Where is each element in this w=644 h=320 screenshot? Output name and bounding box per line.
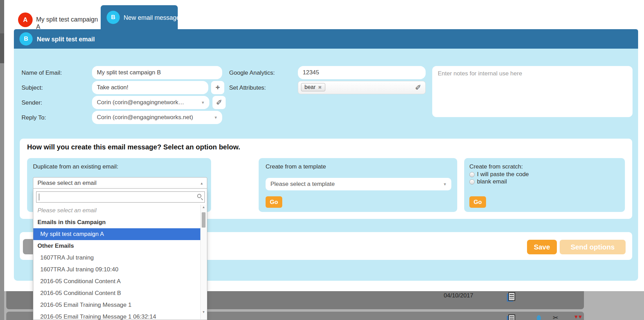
template-select[interactable]: Please select a template ▼ (266, 178, 451, 190)
dropdown-item[interactable]: 2016-05 Conditional Content B (33, 287, 201, 299)
dropdown-item-selected[interactable]: My split test campaign A (33, 228, 201, 240)
attribute-chip-label: bear (304, 84, 316, 90)
internal-notes-textarea[interactable] (432, 66, 633, 117)
scrollbar-thumb[interactable] (202, 212, 206, 228)
page-scrollbar-thumb[interactable] (0, 33, 4, 63)
reply-to-select[interactable]: Corin (corin@engagingnetworks.net) ▼ (92, 111, 222, 124)
creation-heading: How will you create this email message? … (27, 143, 240, 151)
background-row-date: 04/10/2017 (444, 292, 473, 299)
scratch-panel-label: Create from scratch: (469, 163, 523, 170)
sender-select[interactable]: Corin (corin@engagingnetwork… ▼ (92, 96, 209, 109)
chevron-down-icon: ▼ (214, 115, 218, 120)
tab-b-label: New email message (124, 14, 180, 22)
dropdown-item[interactable]: 1607TRA Jul traning (33, 252, 201, 264)
tab-a-label: My split test campaign A (36, 16, 101, 31)
sender-label: Sender: (22, 99, 42, 106)
blank-email-label: blank email (477, 178, 507, 185)
set-attributes-label: Set Attributes: (229, 84, 266, 91)
sender-value: Corin (corin@engagingnetwork… (97, 99, 184, 106)
radio-icon[interactable] (469, 172, 475, 177)
reply-to-value: Corin (corin@engagingnetworks.net) (97, 114, 193, 121)
scratch-go-button[interactable]: Go (469, 196, 486, 208)
chevron-down-icon: ▼ (443, 182, 447, 186)
dropdown-scrollbar[interactable]: ▲ ▼ (200, 205, 206, 319)
chevron-down-icon: ▼ (201, 100, 205, 105)
red-double-arrow-icon: ▼▼ (574, 314, 582, 320)
template-select-value: Please select a template (270, 181, 335, 188)
blank-email-option[interactable]: blank email (469, 178, 507, 185)
email-dropdown: Please select an email Emails in this Ca… (33, 189, 207, 320)
scissors-icon: ✂ (553, 314, 558, 320)
set-attributes-field[interactable]: bear ✖ ✐ (298, 81, 426, 94)
tab-a-badge: A (18, 13, 33, 27)
dropdown-search[interactable] (36, 191, 205, 203)
dropdown-list: Please select an email Emails in this Ca… (33, 205, 201, 320)
save-button[interactable]: Save (527, 240, 557, 254)
dropdown-item[interactable]: 2016-05 Email Training Message 1 (33, 299, 201, 311)
droplet-icon (537, 315, 541, 320)
tab-campaign-a[interactable]: A My split test campaign A (14, 10, 101, 29)
copy-document-icon (508, 292, 515, 301)
scroll-down-icon[interactable]: ▼ (201, 310, 207, 314)
paste-code-label: I will paste the code (477, 171, 529, 178)
dropdown-group-header: Emails in this Campaign (33, 216, 201, 228)
subject-input[interactable] (92, 81, 208, 94)
reply-to-label: Reply To: (22, 114, 46, 121)
copy-document-icon (508, 314, 515, 320)
text-caret (39, 194, 39, 200)
subject-label: Subject: (22, 84, 43, 91)
plus-icon: ✚ (216, 84, 220, 91)
duplicate-email-select[interactable]: Please select an email ▲ (33, 177, 207, 189)
edit-sender-button[interactable]: ✐ (212, 96, 226, 109)
dropdown-item[interactable]: 1607TRA Jul traning 09:10:40 (33, 264, 201, 276)
google-analytics-label: Google Analytics: (229, 69, 275, 76)
chevron-up-icon: ▲ (200, 181, 203, 185)
dropdown-item[interactable]: 2016-05 Conditional Content A (33, 276, 201, 287)
search-icon (197, 194, 201, 198)
remove-attribute-icon[interactable]: ✖ (318, 85, 322, 90)
add-subject-button[interactable]: ✚ (211, 81, 224, 94)
google-analytics-input[interactable] (298, 66, 426, 79)
send-options-button[interactable]: Send options (560, 240, 626, 254)
duplicate-select-value: Please select an email (37, 180, 97, 187)
modal-header-badge: B (19, 32, 33, 46)
paste-code-option[interactable]: I will paste the code (469, 171, 529, 178)
screen: 04/10/2017 ✂ ▼▼ A My split test campaign… (0, 0, 644, 320)
radio-icon[interactable] (469, 179, 475, 184)
attribute-chip[interactable]: bear ✖ (301, 83, 325, 91)
modal-header (14, 29, 638, 49)
edit-attributes-icon[interactable]: ✐ (415, 83, 421, 92)
template-panel-label: Create from a template (266, 163, 326, 170)
pencil-icon: ✐ (216, 98, 222, 107)
name-of-email-label: Name of Email: (22, 69, 62, 76)
dropdown-group-header: Other Emails (33, 240, 201, 252)
dropdown-item[interactable]: 2016-05 Email Training Message 1 06:32:1… (33, 311, 201, 320)
tab-b-badge: B (107, 11, 120, 24)
dropdown-item[interactable]: Please select an email (33, 205, 201, 216)
dropdown-search-input[interactable] (36, 192, 204, 202)
name-of-email-input[interactable] (92, 66, 222, 79)
scroll-up-icon[interactable]: ▲ (201, 205, 207, 209)
modal-title: New split test email (37, 36, 95, 43)
template-go-button[interactable]: Go (266, 196, 282, 208)
duplicate-panel-label: Duplicate from an existing email: (33, 163, 118, 170)
page-left-scrollbar-top (0, 0, 4, 33)
